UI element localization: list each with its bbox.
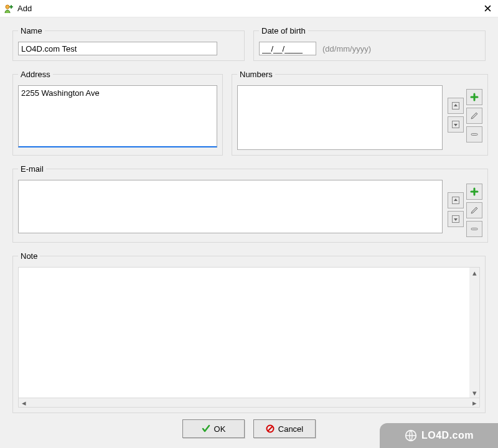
ok-button[interactable]: OK (182, 419, 245, 438)
dob-format-hint: (dd/mm/yyyy) (322, 44, 371, 54)
email-edit-button[interactable] (466, 202, 482, 218)
minus-icon (470, 225, 479, 233)
email-move-down-button[interactable] (448, 211, 464, 227)
pencil-icon (470, 111, 479, 120)
email-listbox[interactable] (18, 180, 443, 233)
close-button[interactable] (481, 2, 494, 16)
arrow-down-icon (451, 120, 460, 129)
numbers-listbox[interactable] (237, 85, 443, 150)
email-move-up-button[interactable] (448, 192, 464, 208)
dob-input[interactable] (259, 42, 316, 55)
email-group: E-mail (12, 164, 488, 243)
window-title: Add (17, 4, 32, 13)
scroll-up-icon: ▴ (469, 268, 479, 278)
name-input[interactable] (18, 42, 217, 55)
client-area: Name Date of birth (dd/mm/yyyy) Address … (0, 17, 498, 448)
dob-group: Date of birth (dd/mm/yyyy) (253, 26, 486, 61)
note-horizontal-scrollbar[interactable]: ◂ ▸ (18, 398, 480, 408)
add-dialog-window: Add Name Date of birth (dd/mm/yyyy) A (0, 0, 498, 448)
arrow-up-icon (451, 196, 460, 205)
cancel-button-label: Cancel (278, 424, 303, 434)
note-group: Note ▴ ▾ ◂ ▸ (12, 251, 486, 413)
dob-label: Date of birth (259, 26, 308, 35)
cancel-button[interactable]: Cancel (253, 419, 316, 438)
name-group: Name (12, 26, 245, 61)
name-label: Name (18, 26, 45, 35)
numbers-group: Numbers (232, 70, 488, 156)
email-label: E-mail (18, 164, 46, 174)
svg-rect-6 (471, 228, 477, 230)
numbers-move-down-button[interactable] (448, 116, 464, 133)
numbers-label: Numbers (237, 70, 275, 79)
close-icon (484, 5, 491, 12)
svg-rect-3 (471, 134, 477, 136)
email-add-button[interactable] (466, 184, 482, 200)
svg-point-0 (6, 5, 9, 9)
address-input[interactable]: 2255 Washington Ave (18, 85, 217, 147)
arrow-down-icon (451, 215, 460, 223)
scroll-down-icon: ▾ (469, 388, 479, 398)
title-bar: Add (0, 0, 498, 17)
note-label: Note (18, 251, 40, 261)
plus-icon (470, 187, 479, 196)
arrow-up-icon (451, 101, 460, 110)
numbers-edit-button[interactable] (466, 108, 482, 124)
address-group: Address 2255 Washington Ave (12, 70, 223, 156)
app-user-icon (4, 4, 14, 14)
plus-icon (470, 93, 479, 101)
numbers-remove-button[interactable] (466, 126, 482, 142)
check-icon (202, 424, 210, 433)
numbers-move-up-button[interactable] (448, 98, 464, 114)
numbers-add-button[interactable] (466, 89, 482, 105)
pencil-icon (470, 206, 479, 215)
scroll-left-icon: ◂ (19, 398, 29, 408)
prohibit-icon (266, 424, 275, 433)
note-vertical-scrollbar[interactable]: ▴ ▾ (469, 268, 479, 398)
email-remove-button[interactable] (466, 221, 482, 237)
note-textarea[interactable]: ▴ ▾ (18, 267, 480, 398)
minus-icon (470, 130, 479, 139)
scroll-right-icon: ▸ (469, 398, 479, 408)
address-label: Address (18, 70, 53, 79)
ok-button-label: OK (214, 424, 226, 434)
